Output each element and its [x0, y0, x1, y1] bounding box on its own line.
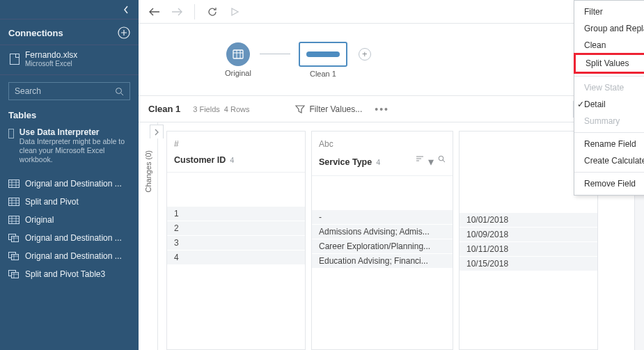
search-placeholder: Search: [15, 86, 41, 96]
filter-label: Filter Values...: [309, 104, 362, 114]
column-title: Customer ID: [174, 155, 226, 165]
search-icon[interactable]: [438, 155, 446, 163]
data-cell[interactable]: Admissions Advising; Admis...: [312, 225, 453, 239]
data-interpreter-option[interactable]: Use Data Interpreter Data Interpreter mi…: [0, 125, 139, 170]
menu-item-label: Rename Field: [584, 139, 636, 149]
checkbox-icon[interactable]: [8, 129, 14, 138]
menu-item[interactable]: ✓Detail: [574, 96, 644, 113]
back-button[interactable]: [147, 4, 162, 19]
main-area: Original Clean 1 + Clean 1 3 Fields 4 Ro…: [139, 0, 644, 350]
connections-label: Connections: [8, 28, 63, 38]
connections-header: Connections: [0, 19, 139, 45]
step-header: Clean 1 3 Fields 4 Rows Filter Values...…: [139, 96, 644, 122]
filter-values-button[interactable]: Filter Values...: [295, 104, 362, 114]
data-column[interactable]: AbcService Type4▾-Admissions Advising; A…: [311, 131, 453, 350]
sidebar-collapse-button[interactable]: [0, 0, 139, 19]
flow-connector: [260, 54, 290, 54]
filter-icon: [295, 104, 305, 114]
add-connection-icon[interactable]: [118, 26, 130, 39]
interpreter-title: Use Data Interpreter: [19, 127, 130, 137]
flow-node-original[interactable]: Original: [225, 42, 251, 77]
menu-item-label: Split Values: [586, 58, 629, 68]
flow-node-clean[interactable]: Clean 1: [299, 42, 347, 78]
svg-point-13: [439, 156, 443, 161]
add-step-button[interactable]: +: [359, 48, 371, 61]
data-cell[interactable]: 1: [167, 207, 305, 221]
data-cell[interactable]: 10/09/2018: [460, 228, 597, 241]
menu-item-label: Filter: [584, 7, 603, 17]
more-icon[interactable]: ▾: [428, 155, 434, 168]
column-title: Service Type: [319, 157, 372, 167]
flow-canvas[interactable]: Original Clean 1 +: [139, 24, 644, 96]
table-label: Split and Pivot Table3: [25, 269, 105, 279]
node-label: Clean 1: [310, 70, 336, 78]
menu-item-label: View State: [584, 83, 624, 93]
table-item[interactable]: Orignal and Destination ...: [0, 229, 139, 247]
data-cell[interactable]: Education Advising; Financi...: [312, 254, 453, 268]
table-icon: [8, 198, 19, 206]
menu-item: Summary: [574, 113, 644, 129]
table-icon: [8, 270, 19, 278]
menu-item-label: Clean: [584, 40, 606, 50]
data-column[interactable]: #Customer ID41234: [166, 131, 306, 350]
changes-label: Changes (0): [144, 150, 152, 193]
changes-collapse-toggle[interactable]: [150, 125, 164, 138]
menu-separator: [574, 132, 644, 133]
menu-item[interactable]: Filter▶: [574, 3, 644, 20]
menu-item-label: Summary: [584, 116, 620, 126]
sort-icon[interactable]: [416, 155, 424, 162]
table-label: Orignal and Destination ...: [25, 233, 122, 243]
context-menu: Filter▶Group and Replace▶Clean▶Split Val…: [574, 0, 644, 196]
svg-rect-4: [9, 216, 19, 223]
menu-item-label: Detail: [584, 100, 606, 109]
forward-button[interactable]: [169, 4, 184, 19]
menu-separator: [574, 172, 644, 173]
menu-item: View State: [574, 79, 644, 96]
columns-container: #Customer ID41234AbcService Type4▾-Admis…: [158, 122, 644, 350]
search-input[interactable]: Search: [8, 82, 130, 100]
menu-item[interactable]: Remove Field: [574, 175, 644, 192]
connection-type: Microsoft Excel: [25, 60, 77, 67]
run-button[interactable]: [227, 4, 242, 19]
svg-rect-11: [233, 50, 243, 58]
data-cell[interactable]: 10/15/2018: [460, 257, 597, 271]
menu-item-label: Remove Field: [584, 179, 636, 189]
data-cell[interactable]: Career Exploration/Planning...: [312, 239, 453, 253]
data-grid-area: Changes (0) #Customer ID41234AbcService …: [139, 122, 644, 350]
changes-panel[interactable]: Changes (0): [139, 122, 158, 350]
chevron-right-icon: [155, 129, 159, 136]
menu-item[interactable]: Rename Field: [574, 136, 644, 152]
datatype-icon[interactable]: #: [174, 139, 179, 149]
more-options-button[interactable]: •••: [375, 104, 389, 115]
data-cell[interactable]: 10/01/2018: [460, 213, 597, 227]
chevron-left-icon: [123, 6, 129, 14]
data-cell[interactable]: 3: [167, 236, 305, 250]
svg-point-1: [116, 88, 122, 93]
menu-item[interactable]: Create Calculated Field...: [574, 152, 644, 169]
datatype-icon[interactable]: Abc: [319, 139, 333, 149]
interpreter-desc: Data Interpreter might be able to clean …: [19, 137, 130, 164]
table-item[interactable]: Split and Pivot Table3: [0, 265, 139, 283]
column-count: 4: [376, 158, 380, 166]
data-cell[interactable]: 4: [167, 250, 305, 264]
table-item[interactable]: Split and Pivot: [0, 193, 139, 211]
fields-count: 3 Fields: [193, 105, 220, 113]
table-item[interactable]: Orignal and Destination ...: [0, 247, 139, 265]
column-count: 4: [230, 156, 234, 164]
menu-item[interactable]: Split Values▶: [574, 53, 644, 74]
svg-rect-8: [12, 254, 19, 260]
svg-rect-2: [9, 180, 19, 187]
data-cell[interactable]: 2: [167, 221, 305, 235]
table-source-icon: [226, 42, 250, 66]
data-cell[interactable]: 10/11/2018: [460, 242, 597, 256]
left-sidebar: Connections Fernando.xlsx Microsoft Exce…: [0, 0, 139, 350]
menu-item[interactable]: Group and Replace▶: [574, 20, 644, 37]
connection-item[interactable]: Fernando.xlsx Microsoft Excel: [0, 45, 139, 75]
svg-rect-6: [12, 236, 19, 241]
data-cell[interactable]: -: [312, 210, 453, 224]
refresh-button[interactable]: [205, 4, 220, 19]
table-item[interactable]: Orignal and Destination ...: [0, 175, 139, 193]
table-label: Orignal and Destination ...: [25, 251, 122, 261]
menu-item[interactable]: Clean▶: [574, 37, 644, 54]
table-item[interactable]: Original: [0, 211, 139, 229]
